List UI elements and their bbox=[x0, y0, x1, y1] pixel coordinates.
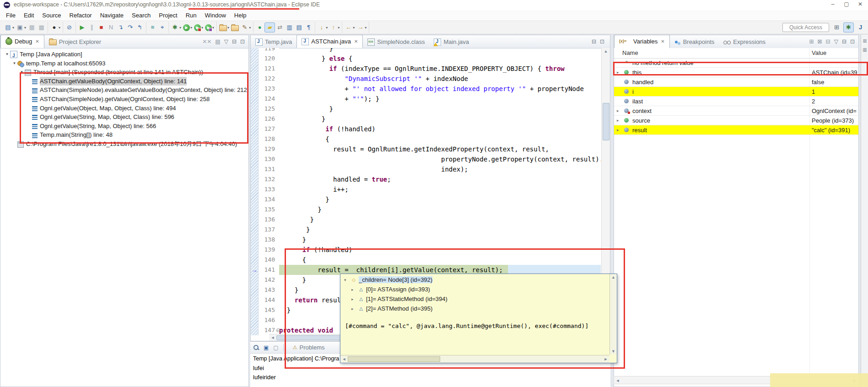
show-outline-button[interactable]: ▤ bbox=[294, 22, 304, 32]
back-button[interactable]: ←▾ bbox=[344, 22, 356, 32]
menu-edit[interactable]: Edit bbox=[20, 11, 38, 20]
show-whitespace-button[interactable]: ¶ bbox=[304, 22, 313, 32]
stack-frame-row[interactable]: ASTChain(SimpleNode).evaluateGetValueBod… bbox=[0, 86, 248, 95]
stack-frame-row[interactable]: Ognl.getValue(String, Map, Object) line:… bbox=[0, 122, 248, 131]
expander-icon[interactable]: ▾ bbox=[11, 59, 17, 68]
drop-to-frame-button[interactable]: ≡ bbox=[148, 22, 157, 32]
debug-button[interactable]: ✱▾ bbox=[170, 22, 182, 32]
dropdown-caret-icon[interactable]: ▾ bbox=[249, 26, 251, 30]
tab-temp-java[interactable]: Temp.java bbox=[251, 36, 297, 48]
terminate-button[interactable]: ■ bbox=[97, 22, 106, 32]
column-value[interactable]: Value bbox=[812, 49, 826, 56]
coverage-button[interactable]: ▶▾ bbox=[193, 22, 204, 32]
toggle-mark-occurrences-button[interactable]: ▰ bbox=[264, 22, 275, 32]
dropdown-caret-icon[interactable]: ▾ bbox=[338, 26, 340, 30]
hover-horizontal-scrollbar[interactable]: ◄ ► bbox=[340, 355, 609, 363]
close-button[interactable]: ✕ bbox=[853, 0, 867, 8]
view-menu-icon[interactable]: ▽ bbox=[834, 38, 838, 45]
user-account-button[interactable]: ●▾ bbox=[49, 22, 61, 32]
dropdown-caret-icon[interactable]: ▾ bbox=[201, 26, 203, 30]
show-type-names-icon[interactable]: ⊞ bbox=[809, 38, 814, 45]
mark-task-button[interactable]: ✎▾ bbox=[240, 22, 252, 32]
code-line[interactable]: 120 } else { bbox=[259, 54, 601, 64]
minimize-button[interactable]: – bbox=[826, 0, 840, 8]
menu-navigate[interactable]: Navigate bbox=[96, 11, 128, 20]
open-task-button[interactable]: ▾ bbox=[218, 22, 230, 32]
hover-vertical-scrollbar[interactable]: ▲ ▼ bbox=[609, 274, 617, 355]
hover-tree-row[interactable]: ▸△[1]= ASTStaticMethod (id=394) bbox=[340, 294, 617, 304]
tab-main-java[interactable]: Main.java bbox=[429, 36, 474, 48]
code-line[interactable]: 136 } bbox=[259, 215, 601, 225]
menu-source[interactable]: Source bbox=[38, 11, 65, 20]
step-into-button[interactable]: ↴ bbox=[116, 22, 125, 32]
dropdown-caret-icon[interactable]: ▾ bbox=[190, 26, 192, 30]
code-line[interactable]: 124 + "'"); } bbox=[259, 94, 601, 104]
maximize-editor-icon[interactable]: ⊡ bbox=[600, 38, 604, 45]
variable-row[interactable]: i1 bbox=[614, 87, 858, 97]
save-button[interactable]: ▦ bbox=[27, 22, 37, 32]
debug-tree-row[interactable]: C:\Program Files\Java\jre1.8.0_131\bin\j… bbox=[0, 140, 248, 149]
debug-view-layout-icon[interactable]: ▤ bbox=[215, 38, 220, 45]
open-perspective-button[interactable]: ⊞ bbox=[832, 22, 841, 32]
expander-icon[interactable]: ▾ bbox=[340, 278, 350, 282]
dropdown-caret-icon[interactable]: ▾ bbox=[326, 26, 328, 30]
column-name[interactable]: Name bbox=[622, 49, 638, 56]
hover-detail-value[interactable]: [#command = "calc", @java.lang.Runtime@g… bbox=[345, 322, 588, 329]
hover-tree-row[interactable]: ▾◇_children= Node[3] (id=392) bbox=[340, 275, 617, 285]
hover-hscroll-thumb[interactable] bbox=[348, 356, 440, 362]
tab-simplenode-class[interactable]: SimpleNode.class bbox=[363, 36, 429, 48]
scroll-left-icon[interactable]: ◄ bbox=[615, 378, 620, 383]
code-line[interactable]: 119 } bbox=[259, 48, 601, 54]
tab-project-explorer[interactable]: Project Explorer bbox=[44, 36, 106, 48]
scroll-right-icon[interactable]: ► bbox=[603, 357, 609, 361]
code-line[interactable]: 128 { bbox=[259, 134, 601, 144]
dropdown-caret-icon[interactable]: ▾ bbox=[365, 26, 367, 30]
scroll-left-icon[interactable]: ◄ bbox=[270, 335, 275, 340]
code-line[interactable]: 121 if (indexType == OgnlRuntime.INDEXED… bbox=[259, 64, 601, 74]
menu-project[interactable]: Project bbox=[155, 11, 181, 20]
expander-icon[interactable]: ▸ bbox=[348, 306, 358, 311]
code-line[interactable]: 123 + "' not allowed for object indexed … bbox=[259, 84, 601, 94]
expander-icon[interactable]: ▾ bbox=[19, 68, 25, 77]
dropdown-caret-icon[interactable]: ▾ bbox=[212, 26, 214, 30]
show-logical-structure-icon[interactable]: ⊠ bbox=[818, 38, 822, 45]
link-with-editor-button[interactable]: ⇄ bbox=[275, 22, 285, 32]
save-all-button[interactable]: ▩ bbox=[37, 22, 46, 32]
minimize-view-icon[interactable]: ⊟ bbox=[842, 38, 846, 45]
disconnect-button[interactable]: N bbox=[106, 22, 116, 32]
menu-file[interactable]: File bbox=[2, 11, 20, 20]
minimize-view-icon[interactable]: ⊟ bbox=[232, 38, 237, 45]
tab-breakpoints[interactable]: Breakpoints bbox=[670, 36, 719, 48]
step-return-button[interactable]: ↰ bbox=[135, 22, 145, 32]
stack-frame-row[interactable]: Ognl.getValue(Object, Map, Object, Class… bbox=[0, 104, 248, 113]
annotation-ruler[interactable] bbox=[251, 48, 259, 335]
menu-run[interactable]: Run bbox=[182, 11, 201, 20]
dropdown-caret-icon[interactable]: ▾ bbox=[179, 26, 181, 30]
expander-icon[interactable]: ▸ bbox=[348, 287, 358, 292]
console-view-icon[interactable]: ▣ bbox=[264, 344, 269, 351]
variable-row[interactable]: no method return value bbox=[614, 58, 858, 68]
tab-expressions[interactable]: Expressions bbox=[719, 36, 770, 48]
code-line[interactable]: 132 handled = true; bbox=[259, 174, 601, 184]
variable-row[interactable]: ▸thisASTChain (id=39 bbox=[614, 68, 858, 77]
skip-all-breakpoints-button[interactable]: ⊘ bbox=[65, 22, 74, 32]
menu-refactor[interactable]: Refactor bbox=[65, 11, 96, 20]
tab-debug[interactable]: Debug✕ bbox=[0, 35, 44, 48]
code-line[interactable]: 133 i++; bbox=[259, 184, 601, 194]
scroll-left-icon[interactable]: ◄ bbox=[341, 357, 347, 361]
stack-frame-row[interactable]: Temp.main(String[]) line: 48 bbox=[0, 130, 248, 140]
debug-tree-row[interactable]: ▾Temp [Java Application] bbox=[0, 50, 248, 59]
menu-window[interactable]: Window bbox=[201, 11, 230, 20]
hover-tree-row[interactable]: ▸△[2]= ASTMethod (id=395) bbox=[340, 304, 617, 313]
expander-icon[interactable]: ▸ bbox=[614, 128, 623, 132]
maximize-view-icon[interactable]: ⊡ bbox=[240, 38, 245, 45]
snippets-icon[interactable]: ▢ bbox=[273, 344, 278, 351]
code-line[interactable]: 127 if (!handled) bbox=[259, 124, 601, 134]
remove-all-terminated-icon[interactable]: ✕✕ bbox=[202, 38, 211, 45]
debug-perspective-button[interactable]: ✱ bbox=[843, 22, 854, 32]
close-icon[interactable]: ✕ bbox=[354, 39, 358, 44]
open-type-hierarchy-button[interactable]: ▥ bbox=[285, 22, 294, 32]
expander-icon[interactable]: ▸ bbox=[614, 118, 623, 123]
suspend-button[interactable]: ∥ bbox=[87, 22, 97, 32]
profile-button[interactable]: ▶▾ bbox=[204, 22, 215, 32]
